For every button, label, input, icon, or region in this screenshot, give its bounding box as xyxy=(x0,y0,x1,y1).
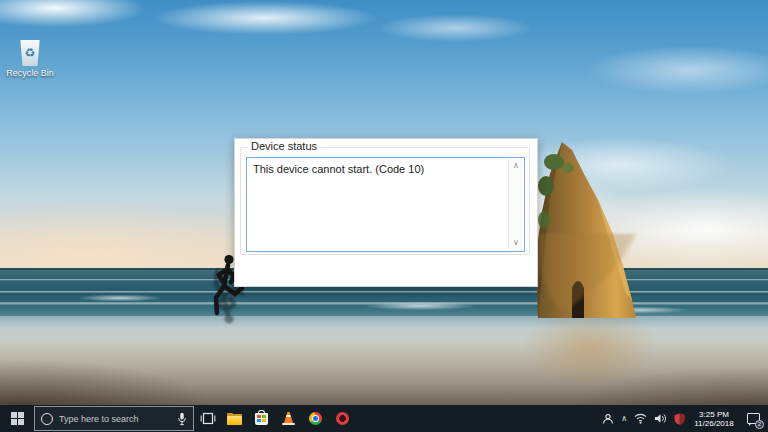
recycle-bin-icon: ♻ xyxy=(19,40,41,66)
chrome-icon xyxy=(309,412,322,425)
taskbar-clock[interactable]: 3:25 PM 11/26/2018 xyxy=(692,410,736,428)
desktop-screen: ♻ Recycle Bin Device status This device … xyxy=(0,0,768,432)
task-view-icon xyxy=(200,412,216,425)
wifi-icon xyxy=(634,413,647,424)
rock-reflection xyxy=(520,234,670,317)
speaker-icon xyxy=(654,413,667,424)
beach-sand xyxy=(0,316,768,405)
chrome-button[interactable] xyxy=(302,405,329,432)
taskbar-search[interactable] xyxy=(34,406,194,431)
recycle-bin-shortcut[interactable]: ♻ Recycle Bin xyxy=(2,40,58,78)
scroll-up-arrow-icon[interactable]: ∧ xyxy=(509,160,523,172)
file-explorer-button[interactable] xyxy=(221,405,248,432)
clock-date: 11/26/2018 xyxy=(692,419,736,428)
volume-button[interactable] xyxy=(654,413,667,424)
recycle-symbol-icon: ♻ xyxy=(25,47,36,59)
device-status-message: This device cannot start. (Code 10) xyxy=(253,163,506,176)
microsoft-store-icon xyxy=(255,413,268,425)
red-app-icon xyxy=(336,412,349,425)
windows-logo-icon xyxy=(11,412,24,425)
scroll-down-arrow-icon[interactable]: ∨ xyxy=(509,237,523,249)
red-app-button[interactable] xyxy=(329,405,356,432)
network-button[interactable] xyxy=(634,413,647,424)
search-input[interactable] xyxy=(59,414,171,424)
task-view-button[interactable] xyxy=(194,405,221,432)
device-status-group-label: Device status xyxy=(247,140,321,152)
device-properties-dialog: Device status This device cannot start. … xyxy=(234,138,538,287)
microphone-icon[interactable] xyxy=(177,412,187,426)
show-hidden-icons-button[interactable]: ∧ xyxy=(621,415,627,423)
start-button[interactable] xyxy=(0,405,34,432)
file-explorer-icon xyxy=(227,413,242,425)
people-icon xyxy=(602,413,614,425)
taskbar: ∧ xyxy=(0,405,768,432)
microsoft-store-button[interactable] xyxy=(248,405,275,432)
red-shield-icon xyxy=(674,413,685,425)
vlc-button[interactable] xyxy=(275,405,302,432)
cortana-circle-icon xyxy=(41,413,53,425)
status-scrollbar[interactable]: ∧ ∨ xyxy=(508,159,523,250)
recycle-bin-label: Recycle Bin xyxy=(2,68,58,78)
vlc-icon xyxy=(282,412,295,425)
device-status-groupbox: Device status This device cannot start. … xyxy=(240,147,530,255)
device-status-textbox[interactable]: This device cannot start. (Code 10) ∧ ∨ xyxy=(246,157,525,252)
system-tray: ∧ xyxy=(602,405,768,432)
people-button[interactable] xyxy=(602,413,614,425)
notification-badge: 2 xyxy=(755,420,764,429)
action-center-button[interactable]: 2 xyxy=(743,409,763,429)
clock-time: 3:25 PM xyxy=(692,410,736,419)
security-app-button[interactable] xyxy=(674,413,685,425)
